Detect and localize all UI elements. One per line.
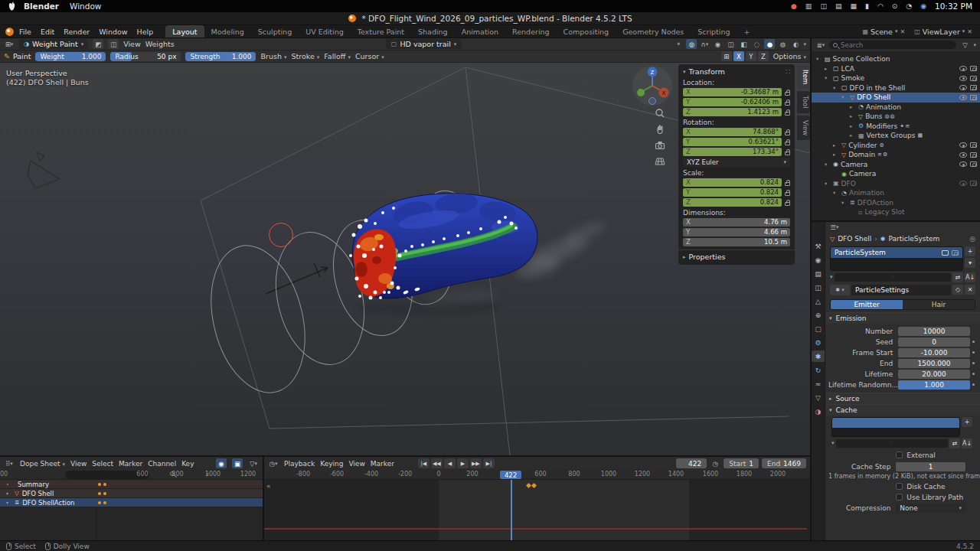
navigation-gizmo[interactable]: Z X	[629, 63, 675, 109]
checkbox-icon[interactable]	[896, 494, 903, 500]
xray-toggle-icon[interactable]: ◧	[738, 39, 749, 49]
disclosure-icon[interactable]: ▸	[850, 123, 856, 129]
outliner-row[interactable]: ▾ DFO	[812, 179, 980, 189]
lock-icon[interactable]	[785, 112, 790, 116]
disclosure-icon[interactable]: ▸	[825, 66, 831, 72]
tool-dropdown[interactable]: Falloff ▾	[324, 52, 351, 60]
keyframe-dot[interactable]	[103, 483, 106, 486]
gizmo-z-axis[interactable]: Z	[651, 70, 655, 76]
lock-icon[interactable]	[785, 152, 790, 155]
hair-toggle[interactable]: Hair	[903, 300, 975, 309]
active-collection-selector[interactable]: ▢ HD vapor trail ▾	[386, 39, 462, 49]
field-value[interactable]: 20.000	[898, 370, 970, 379]
animate-decorator-icon[interactable]	[970, 330, 977, 332]
lock-icon[interactable]	[785, 92, 790, 96]
disable-in-renders-icon[interactable]	[970, 142, 977, 148]
tab-render[interactable]	[812, 254, 825, 266]
invert-filter-icon[interactable]: ⇄	[949, 439, 960, 448]
frame-end-field[interactable]: End1469	[762, 458, 806, 468]
disable-in-renders-icon[interactable]	[970, 161, 977, 167]
outliner-row[interactable]: ▸ Modifiers ✦≋	[812, 122, 980, 132]
properties-subpanel[interactable]: ▸ Properties	[683, 252, 790, 262]
active-cache-slot[interactable]	[832, 418, 959, 428]
workspace-tab[interactable]: Rendering	[505, 25, 557, 37]
editor-type-3dviewport-icon[interactable]: ⊞▾	[4, 39, 15, 49]
disclosure-icon[interactable]: ▾	[825, 181, 831, 187]
workspace-tab[interactable]: +	[737, 25, 757, 37]
playhead[interactable]	[511, 480, 512, 540]
item-label[interactable]: Animation	[866, 103, 901, 111]
disclosure-icon[interactable]: ▾	[841, 200, 848, 206]
dimension-field[interactable]: X4.76 m	[683, 218, 790, 227]
outliner-row[interactable]: ▾ DFO Shell	[812, 93, 980, 103]
viewlayer-selector[interactable]: ◫ ViewLayer ▾ ✕	[911, 28, 975, 36]
filter-funnel-icon[interactable]: ▽▾	[248, 458, 259, 468]
timeline-menu[interactable]: View	[348, 460, 364, 468]
outliner-row[interactable]: Legacy Slot	[812, 207, 980, 217]
editor-type-outliner-icon[interactable]: ≣▾	[815, 40, 826, 50]
item-label[interactable]: Legacy Slot	[864, 208, 904, 216]
workspace-tab[interactable]: Scripting	[691, 25, 737, 37]
source-panel-header[interactable]: ▸Source	[825, 393, 980, 404]
animate-decorator-icon[interactable]	[970, 362, 977, 364]
location-field[interactable]: Z1.4123 m	[683, 108, 782, 116]
render-icon[interactable]	[952, 250, 959, 256]
tool-dropdown[interactable]: Cursor ▾	[355, 52, 384, 60]
record-status-icon[interactable]	[791, 3, 797, 10]
item-label[interactable]: Modifiers	[866, 122, 897, 130]
timeline-ruler[interactable]: -800 -600 -400 -200 0 200 400	[264, 470, 810, 480]
disclosure-icon[interactable]: ▾	[825, 161, 831, 168]
scale-field[interactable]: Z0.824	[683, 198, 782, 207]
outliner-row[interactable]: ▾ DFO in the Shell	[812, 83, 980, 93]
disclosure-icon[interactable]: ▸	[850, 113, 856, 119]
hide-in-viewport-icon[interactable]	[959, 181, 967, 186]
field-value[interactable]: -10.000	[898, 348, 970, 357]
channel-expand-icon[interactable]	[6, 500, 11, 505]
slot-specials-button[interactable]: ▾	[965, 258, 975, 268]
disable-in-renders-icon[interactable]	[970, 76, 977, 81]
item-label[interactable]: Smoke	[841, 74, 864, 82]
cache-slots[interactable]	[831, 417, 960, 437]
outliner-row[interactable]: ▸ Vertex Groups ▦	[812, 131, 980, 141]
add-cache-button[interactable]: +	[962, 417, 972, 427]
gizmo-x-axis[interactable]: X	[662, 90, 666, 96]
emitter-toggle[interactable]: Emitter	[831, 300, 903, 309]
topbar-menu[interactable]: Window	[99, 28, 127, 36]
prev-keyframe-icon[interactable]: ◀◀	[431, 458, 443, 468]
location-field[interactable]: Y-0.62406 m	[683, 98, 782, 106]
item-label[interactable]: Vertex Groups	[867, 132, 916, 139]
disclosure-icon[interactable]: ▾	[841, 94, 848, 100]
dope-sheet-menu[interactable]: View	[70, 460, 87, 468]
tab-constraints[interactable]	[812, 378, 825, 390]
field-value[interactable]: 1.000	[898, 380, 970, 390]
outliner-row[interactable]: ▸ LCA	[812, 64, 980, 74]
dope-sheet-menu[interactable]: Channel	[148, 460, 176, 468]
topbar-menu[interactable]: Edit	[41, 28, 54, 36]
timeline-track[interactable]: «	[264, 480, 810, 540]
frame-start-field[interactable]: Start1	[724, 458, 759, 468]
tab-output[interactable]	[812, 268, 825, 279]
play-icon[interactable]: ▶	[457, 458, 469, 468]
chevron-down-icon[interactable]: ▾	[973, 42, 976, 48]
apple-logo-icon[interactable]	[8, 2, 16, 11]
shading-material-icon[interactable]: ◍	[777, 39, 788, 49]
options-dropdown[interactable]: Options ▾	[773, 52, 806, 60]
empty-arrow-object[interactable]	[266, 263, 328, 294]
scale-field[interactable]: Y0.824	[683, 188, 782, 197]
outliner-filter-icon[interactable]: ▽	[959, 40, 970, 50]
window-titlebar[interactable]: * DFO_Flight_Wind_2026_09_particles_WP.b…	[0, 12, 980, 25]
item-label[interactable]: Domain	[848, 151, 875, 158]
item-label[interactable]: DFO	[841, 180, 856, 187]
stats-icon[interactable]	[805, 3, 812, 10]
disclosure-icon[interactable]: ▾	[833, 85, 839, 91]
hide-in-viewport-icon[interactable]	[959, 161, 967, 167]
checkbox-icon[interactable]	[896, 452, 903, 458]
remove-viewlayer-icon[interactable]: ✕	[967, 28, 972, 35]
playhead-frame-badge[interactable]: 422	[500, 471, 521, 479]
filter-toggle-icon[interactable]: ▾	[830, 274, 833, 280]
tab-object[interactable]	[812, 323, 825, 334]
rotation-mode-dropdown[interactable]: XYZ Euler▾	[683, 158, 790, 167]
screen-mirror-icon[interactable]	[820, 3, 827, 10]
item-label[interactable]: Scene Collection	[833, 55, 890, 63]
animate-decorator-icon[interactable]	[970, 383, 977, 386]
